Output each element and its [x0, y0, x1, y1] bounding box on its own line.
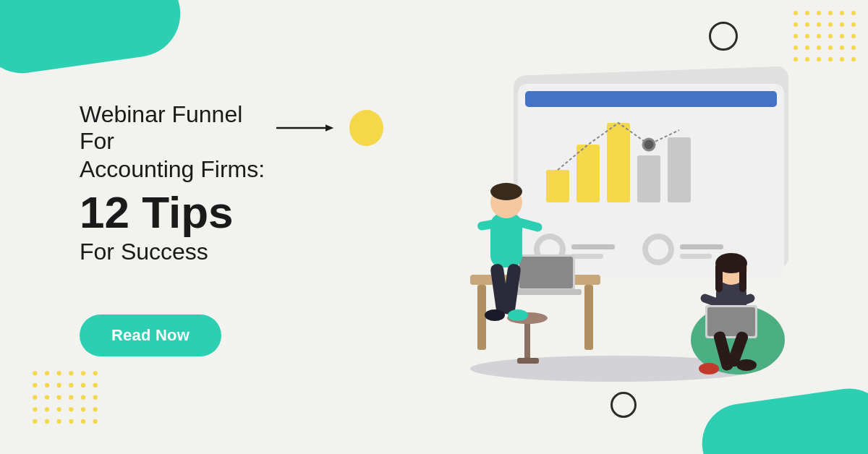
svg-point-13	[805, 34, 809, 38]
svg-rect-81	[477, 285, 486, 350]
svg-point-55	[45, 419, 49, 424]
svg-point-56	[57, 419, 61, 424]
svg-point-28	[840, 57, 844, 61]
svg-point-42	[33, 395, 37, 400]
svg-point-111	[736, 359, 757, 371]
svg-rect-74	[571, 244, 615, 249]
headline-line1: Webinar Funnel For	[80, 101, 272, 155]
svg-rect-67	[576, 145, 600, 202]
deco-top-left-shape	[0, 0, 186, 79]
svg-point-52	[81, 407, 85, 411]
svg-point-71	[643, 139, 655, 150]
yellow-circle-deco	[349, 110, 383, 146]
svg-point-6	[793, 22, 798, 27]
svg-rect-103	[739, 263, 746, 292]
svg-rect-102	[715, 263, 723, 292]
svg-point-91	[490, 183, 522, 200]
svg-point-29	[851, 57, 856, 61]
headline-line2: Accounting Firms:	[80, 156, 383, 183]
svg-rect-78	[680, 244, 723, 249]
svg-point-3	[828, 11, 833, 15]
svg-point-45	[69, 395, 73, 400]
svg-point-35	[93, 371, 98, 375]
svg-point-31	[45, 371, 49, 375]
svg-rect-82	[584, 285, 593, 350]
headline-bold: 12 Tips	[80, 189, 383, 236]
svg-point-20	[817, 46, 821, 50]
svg-point-44	[57, 395, 61, 400]
svg-point-22	[840, 46, 844, 50]
svg-point-43	[45, 395, 49, 400]
svg-rect-70	[668, 137, 691, 202]
svg-point-2	[817, 11, 821, 15]
svg-rect-83	[524, 318, 530, 361]
svg-point-19	[805, 46, 809, 50]
svg-point-54	[33, 419, 37, 424]
svg-point-37	[45, 383, 49, 387]
svg-point-5	[851, 11, 856, 15]
svg-point-18	[793, 46, 798, 50]
svg-point-9	[828, 22, 833, 27]
svg-point-0	[793, 11, 798, 15]
svg-rect-87	[519, 257, 573, 288]
svg-point-50	[57, 407, 61, 411]
svg-point-30	[33, 371, 37, 375]
svg-point-96	[485, 309, 505, 321]
svg-point-33	[69, 371, 73, 375]
deco-circle-outline	[709, 22, 738, 51]
svg-point-36	[33, 383, 37, 387]
svg-point-57	[69, 419, 73, 424]
headline-sub: For Success	[80, 239, 383, 265]
read-now-button[interactable]: Read Now	[80, 314, 221, 356]
svg-point-7	[805, 22, 809, 27]
svg-point-11	[851, 22, 856, 27]
svg-point-47	[93, 395, 98, 400]
svg-point-40	[81, 383, 85, 387]
svg-point-16	[840, 34, 844, 38]
svg-point-10	[840, 22, 844, 27]
illustration-area	[405, 58, 825, 405]
svg-point-58	[81, 419, 85, 424]
svg-point-1	[805, 11, 809, 15]
svg-point-34	[81, 371, 85, 375]
svg-point-39	[69, 383, 73, 387]
svg-point-110	[699, 363, 719, 374]
svg-point-21	[828, 46, 833, 50]
svg-rect-88	[512, 289, 582, 295]
svg-rect-79	[680, 254, 712, 259]
svg-point-97	[508, 309, 528, 321]
svg-rect-75	[571, 254, 603, 259]
page-container: Webinar Funnel For Accounting Firms: 12 …	[0, 0, 868, 454]
svg-point-41	[93, 383, 98, 387]
deco-dot-grid-top-right	[788, 7, 861, 65]
svg-point-8	[817, 22, 821, 27]
svg-point-38	[57, 383, 61, 387]
svg-rect-66	[546, 170, 569, 202]
svg-point-77	[648, 239, 668, 260]
text-content-area: Webinar Funnel For Accounting Firms: 12 …	[80, 101, 383, 356]
svg-rect-69	[637, 155, 660, 202]
svg-point-32	[57, 371, 61, 375]
arrow-line-svg	[276, 121, 344, 135]
svg-point-48	[33, 407, 37, 411]
svg-point-27	[828, 57, 833, 61]
svg-point-53	[93, 407, 98, 411]
main-illustration	[405, 58, 825, 405]
svg-point-15	[828, 34, 833, 38]
svg-rect-107	[707, 307, 755, 336]
svg-rect-65	[525, 91, 777, 107]
svg-point-12	[793, 34, 798, 38]
svg-point-14	[817, 34, 821, 38]
svg-point-51	[69, 407, 73, 411]
deco-dot-grid-bottom-left	[29, 367, 101, 425]
svg-point-46	[81, 395, 85, 400]
svg-rect-85	[517, 358, 539, 364]
svg-rect-68	[607, 123, 630, 202]
svg-point-23	[851, 46, 856, 50]
svg-point-49	[45, 407, 49, 411]
svg-point-4	[840, 11, 844, 15]
svg-marker-61	[326, 124, 333, 131]
svg-point-17	[851, 34, 856, 38]
svg-point-59	[93, 419, 98, 424]
